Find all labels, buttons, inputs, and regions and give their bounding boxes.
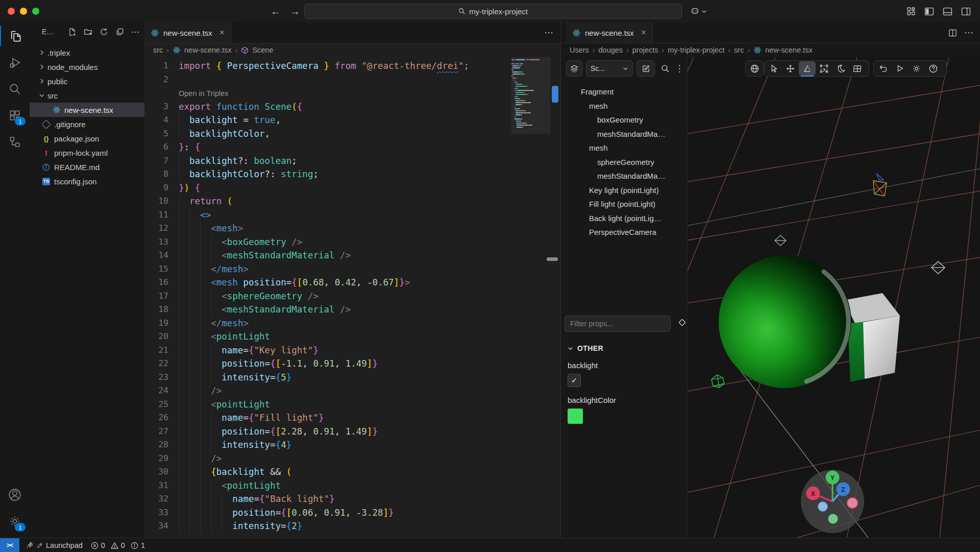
tool-frame-panels[interactable]: [849, 61, 866, 76]
panel-search-icon[interactable]: [658, 61, 672, 76]
file-tree-item--triplex[interactable]: .triplex: [30, 45, 144, 60]
toggle-panel-button[interactable]: [943, 7, 952, 16]
file-tree-item-node-modules[interactable]: node_modules: [30, 60, 144, 74]
indent-guide: [189, 330, 190, 344]
new-folder-icon[interactable]: [84, 28, 92, 36]
launchpad-item[interactable]: Launchpad: [26, 541, 83, 549]
tool-settings[interactable]: [908, 61, 925, 76]
sash-grip[interactable]: [547, 257, 558, 261]
codelens[interactable]: Open in Triplex: [144, 86, 511, 100]
scene-tree-item-Fill-light-pointLight-[interactable]: Fill light (pointLight): [561, 197, 687, 211]
file-tree-item-pnpm-lock-yaml[interactable]: !pnpm-lock.yaml: [30, 146, 144, 160]
history-forward-button[interactable]: →: [290, 6, 300, 17]
copilot-menu[interactable]: [690, 0, 707, 22]
panel-tab-new-scene[interactable]: new-scene.tsx ×: [566, 22, 653, 43]
backlight-checkbox[interactable]: ✓: [568, 374, 581, 387]
panel-kebab-menu[interactable]: ⋮: [675, 61, 683, 76]
tool-undo[interactable]: [874, 61, 891, 76]
split-editor-icon[interactable]: [948, 29, 957, 37]
scene-tree-item-boxGeometry[interactable]: boxGeometry: [561, 113, 687, 127]
new-file-icon[interactable]: [68, 28, 77, 36]
panel-breadcrumb[interactable]: Users›douges›projects›my-triplex-project…: [561, 43, 980, 57]
tool-move[interactable]: [782, 61, 799, 76]
close-tab-icon[interactable]: ×: [219, 28, 225, 38]
filter-props-input[interactable]: [565, 316, 671, 332]
props-section-other[interactable]: OTHER: [561, 344, 687, 352]
history-back-button[interactable]: ←: [271, 6, 281, 17]
customize-layout-button[interactable]: [906, 7, 916, 16]
breadcrumb-item[interactable]: douges: [599, 46, 623, 54]
breadcrumb-item[interactable]: new-scene.tsx: [765, 46, 813, 54]
indent-guide: [200, 398, 201, 412]
breadcrumb-item[interactable]: my-triplex-project: [668, 46, 724, 54]
breadcrumb-item[interactable]: Scene: [252, 46, 273, 54]
breadcrumb-item[interactable]: src: [734, 46, 744, 54]
editor-more-actions[interactable]: ⋯: [544, 27, 553, 38]
settings-button[interactable]: 1: [0, 508, 30, 535]
line-number: 17: [144, 290, 168, 303]
tool-globe[interactable]: [746, 61, 763, 76]
view-gizmo[interactable]: Y X Z: [801, 470, 864, 533]
tab-new-scene[interactable]: new-scene.tsx ×: [144, 22, 231, 43]
indent-guide: [211, 235, 211, 249]
tool-help[interactable]: [925, 61, 942, 76]
scene-tree-item-mesh[interactable]: mesh: [561, 141, 687, 155]
remote-indicator[interactable]: ><: [0, 538, 19, 552]
file-tree-item-new-scene-tsx[interactable]: new-scene.tsx: [30, 103, 144, 117]
tool-select-cursor[interactable]: [765, 61, 782, 76]
minimize-window-button[interactable]: [20, 8, 27, 15]
tool-night-mode[interactable]: [832, 61, 849, 76]
close-tab-icon[interactable]: ×: [641, 28, 646, 38]
scene-tree-item-Key-light-pointLight-[interactable]: Key light (pointLight): [561, 183, 687, 198]
scene-tree-item-Back-light-pointLig-[interactable]: Back light (pointLig…: [561, 211, 687, 226]
close-window-button[interactable]: [8, 8, 15, 15]
file-label: .triplex: [47, 49, 70, 57]
collapse-folders-icon[interactable]: [115, 28, 124, 36]
eraser-icon[interactable]: [677, 319, 687, 329]
file-tree-item-tsconfig-json[interactable]: TStsconfig.json: [30, 174, 144, 188]
breadcrumb-item[interactable]: new-scene.tsx: [184, 46, 232, 54]
scene-tree-item-PerspectiveCamera[interactable]: PerspectiveCamera: [561, 225, 687, 239]
toggle-secondary-sidebar-button[interactable]: [961, 7, 971, 16]
line-number: 25: [144, 398, 168, 412]
accounts-button[interactable]: [0, 482, 30, 508]
layers-button[interactable]: [566, 60, 582, 77]
tool-play[interactable]: [891, 61, 908, 76]
scene-tree-item-meshStandardMa-[interactable]: meshStandardMa…: [561, 169, 687, 183]
code-editor[interactable]: 1import { PerspectiveCamera } from "@rea…: [144, 57, 560, 538]
scene-select[interactable]: Sc...: [586, 60, 633, 77]
line-number: 18: [144, 303, 168, 317]
minimap[interactable]: [511, 59, 543, 129]
scene-tree-item-mesh[interactable]: mesh: [561, 99, 687, 113]
line-number: 28: [144, 438, 168, 452]
activity-references-button[interactable]: [0, 129, 30, 155]
tool-transform[interactable]: [799, 61, 816, 76]
activity-run-debug-button[interactable]: [0, 49, 30, 76]
breadcrumb-item[interactable]: projects: [632, 46, 658, 54]
activity-search-button[interactable]: [0, 76, 30, 102]
editor-breadcrumb[interactable]: src›new-scene.tsx›Scene: [144, 43, 560, 57]
toggle-primary-sidebar-button[interactable]: [924, 7, 934, 16]
activity-extensions-button[interactable]: 1: [0, 102, 30, 129]
command-center-search[interactable]: my-triplex-project: [304, 4, 682, 19]
problems-item[interactable]: 0 0 1: [91, 541, 145, 549]
activity-explorer-button[interactable]: [0, 22, 30, 49]
more-actions-icon[interactable]: ⋯: [131, 27, 139, 37]
tool-marquee-select[interactable]: [816, 61, 832, 76]
breadcrumb-item[interactable]: src: [153, 46, 163, 54]
file-tree-item--gitignore[interactable]: .gitignore: [30, 117, 144, 131]
file-tree-item-public[interactable]: public: [30, 74, 144, 88]
maximize-window-button[interactable]: [32, 8, 39, 15]
scene-tree-item-Fragment[interactable]: Fragment: [561, 85, 687, 99]
file-tree-item-README-md[interactable]: README.md: [30, 160, 144, 174]
edit-code-button[interactable]: [636, 60, 655, 77]
minimap-line: [511, 94, 543, 95]
file-tree-item-src[interactable]: src: [30, 88, 144, 103]
scene-tree-item-sphereGeometry[interactable]: sphereGeometry: [561, 155, 687, 170]
scene-tree-item-meshStandardMa-[interactable]: meshStandardMa…: [561, 127, 687, 141]
backlightColor-swatch[interactable]: [568, 409, 583, 424]
file-tree-item-package-json[interactable]: {}package.json: [30, 131, 144, 146]
panel-more-actions[interactable]: ⋯: [964, 27, 973, 38]
breadcrumb-item[interactable]: Users: [570, 46, 589, 54]
refresh-icon[interactable]: [100, 28, 108, 36]
